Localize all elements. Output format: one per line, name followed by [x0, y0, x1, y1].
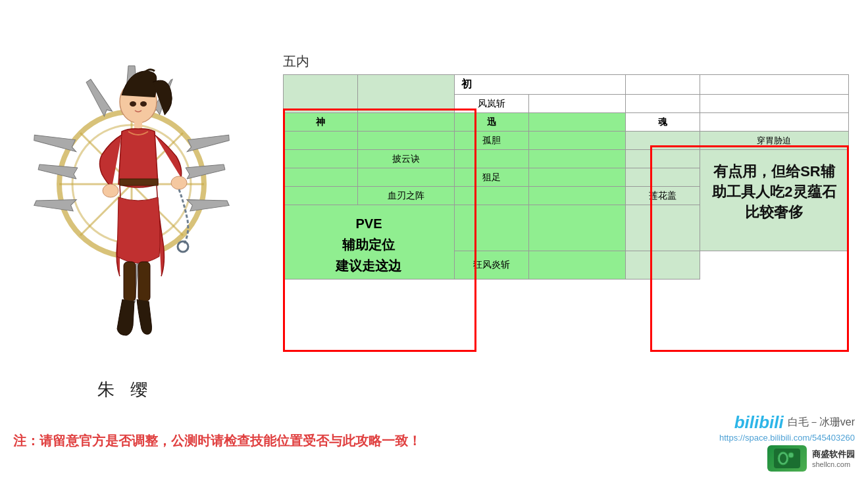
cell-soul-comment: 有点用，但给SR辅助工具人吃2灵蕴石比较奢侈: [700, 150, 848, 251]
cell-green-2: [528, 113, 625, 132]
cell-green-6: [284, 150, 358, 168]
svg-marker-11: [34, 193, 77, 212]
cell-empty-2: [358, 75, 455, 113]
svg-marker-7: [86, 76, 113, 118]
svg-point-21: [103, 184, 118, 197]
cell-empty-hun3: [625, 168, 700, 187]
cell-juzu: 狙足: [454, 168, 528, 187]
bottom-notice: 注：请留意官方是否调整，公测时请检查技能位置受否与此攻略一致！ bilibili…: [13, 410, 855, 472]
main-container: 朱 缨 bilibili 白毛－冰珊 ver https://space.bil…: [0, 0, 868, 488]
svg-marker-13: [186, 128, 230, 159]
svg-rect-20: [120, 179, 158, 185]
svg-rect-24: [124, 262, 136, 301]
cell-green-13: [454, 187, 528, 205]
svg-point-23: [178, 241, 188, 252]
table-area: 五内 初: [283, 53, 849, 280]
cell-green-14: [528, 187, 625, 205]
cell-empty-1: [284, 75, 358, 113]
cell-empty-3: [625, 75, 700, 95]
svg-point-28: [780, 454, 786, 463]
cell-empty-hun4: [625, 205, 700, 251]
table-wrapper: 初 风岚斩 神 迅: [283, 74, 849, 280]
brand-logo: bilibili 白毛－冰珊ver: [734, 412, 855, 433]
brand-area: bilibili 白毛－冰珊ver https://space.bilibili…: [719, 410, 855, 472]
cell-green-5: [528, 132, 625, 150]
cell-empty-4: [700, 75, 848, 95]
cell-empty-5: [528, 95, 625, 113]
cell-green-11: [528, 168, 625, 187]
row-gudan: 孤胆 穿胃胁迫: [284, 132, 849, 150]
cell-empty-7: [700, 95, 848, 113]
svg-point-22: [171, 176, 187, 189]
cell-xueren: 血刃之阵: [358, 187, 455, 205]
header-xun: 迅: [454, 113, 528, 132]
cell-green-12: [284, 187, 358, 205]
cell-chu-header: 初: [454, 75, 625, 95]
notice-text: 注：请留意官方是否调整，公测时请检查技能位置受否与此攻略一致！: [13, 432, 421, 450]
brand-url: https://space.bilibili.com/545403260: [719, 433, 855, 443]
cell-empty-hun2: [625, 150, 700, 168]
cell-kuangfeng: 狂风炎斩: [454, 251, 528, 279]
character-illustration: [0, 0, 250, 381]
cell-green-9: [284, 168, 358, 187]
svg-point-29: [788, 452, 794, 458]
svg-point-18: [140, 101, 147, 107]
cell-pve-label: PVE 辅助定位 建议走这边: [284, 205, 455, 280]
cell-green-7: [454, 150, 528, 168]
cell-green-8: [528, 150, 625, 168]
cell-green-15: [454, 205, 528, 251]
cell-green-1: [358, 113, 455, 132]
header-shen: 神: [284, 113, 358, 132]
shengsheng-icon: [767, 445, 807, 472]
character-name: 朱 缨: [97, 378, 152, 401]
cell-piyun: 披云诀: [358, 150, 455, 168]
svg-point-17: [130, 101, 136, 107]
cell-empty-hun1: [625, 132, 700, 150]
header-hun: 魂: [625, 113, 700, 132]
cell-lianhuagai: 莲花盖: [625, 187, 700, 205]
cell-green-10: [358, 168, 455, 187]
cell-hun-skill: [700, 113, 848, 132]
cell-green-3: [284, 132, 358, 150]
section-title: 五内: [283, 53, 849, 70]
cell-chuanwei: 穿胃胁迫: [700, 132, 848, 150]
svg-marker-14: [187, 193, 230, 212]
brand-name: 白毛－冰珊ver: [788, 416, 855, 429]
cell-empty-hun5: [625, 251, 700, 279]
cell-empty-6: [625, 95, 700, 113]
soul-comment-text: 有点用，但给SR辅助工具人吃2灵蕴石比较奢侈: [707, 157, 842, 228]
cell-gudan: 孤胆: [454, 132, 528, 150]
main-table: 初 风岚斩 神 迅: [283, 74, 849, 280]
header-row-top: 初: [284, 75, 849, 95]
cell-green-16: [528, 205, 625, 251]
cell-green-17: [528, 251, 625, 279]
character-area: 朱 缨: [0, 0, 250, 427]
bilibili-logo: bilibili: [734, 412, 784, 433]
svg-marker-10: [33, 128, 77, 159]
cell-fenglan: 风岚斩: [454, 95, 528, 113]
cell-green-4: [358, 132, 455, 150]
row-piyun: 披云诀 有点用，但给SR辅助工具人吃2灵蕴石比较奢侈: [284, 150, 849, 168]
brand-text-right: 商盛软件园 shellcn.com: [812, 449, 855, 468]
column-header-row: 神 迅 魂: [284, 113, 849, 132]
svg-rect-25: [138, 262, 150, 301]
